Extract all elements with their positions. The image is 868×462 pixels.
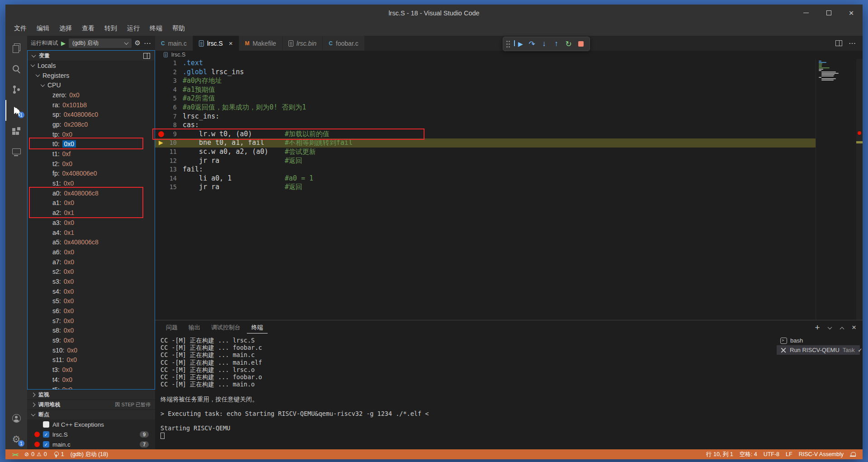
register-s6[interactable]: s6:0x0 [28,306,155,316]
open-view-icon[interactable] [143,53,150,59]
step-into-button[interactable]: ↓ [538,38,550,50]
terminal-list-item-Run RISCV-QEMU[interactable]: Run RISCV-QEMUTask✓ [777,345,860,355]
register-s9[interactable]: s9:0x0 [28,335,155,345]
language-mode[interactable]: RISC-V Assembly [796,449,847,459]
breakpoint-All C++ Exceptions[interactable]: All C++ Exceptions [27,419,155,429]
tab-Makefile[interactable]: MMakefile [239,36,283,51]
register-s4[interactable]: s4:0x0 [28,286,155,296]
register-zero[interactable]: zero:0x0 [28,90,155,100]
step-over-button[interactable]: ↷ [526,38,538,50]
code-line-13[interactable]: 13fail: [155,165,816,174]
checkbox[interactable] [43,421,49,428]
new-terminal-icon[interactable]: + [814,323,821,333]
breakpoints-section-header[interactable]: 断点 [27,410,155,419]
menu-item-1[interactable]: 编辑 [32,23,54,34]
problems-indicator[interactable]: ⊘0 ⚠0 [21,449,50,459]
activitybar-search[interactable] [5,58,27,79]
register-a1[interactable]: a1:0x0 [28,198,155,208]
code-line-6[interactable]: 6#a0返回值，如果成功，则为0! 否则为1 [155,103,816,112]
minimap[interactable] [816,59,856,320]
close-icon[interactable]: × [229,39,233,47]
register-t0[interactable]: t0:0x0 [28,139,155,149]
tab-lrsc.S[interactable]: lrsc.S× [193,36,239,51]
tab-foobar.c[interactable]: Cfoobar.c [323,36,365,51]
register-t2[interactable]: t2:0x0 [28,159,155,169]
activitybar-source-control[interactable] [5,79,27,100]
gutter-current[interactable] [155,138,167,148]
register-ra[interactable]: ra:0x101b8 [28,100,155,110]
register-gp[interactable]: gp:0x208c0 [28,119,155,129]
code-line-11[interactable]: 11 sc.w a0, a2, (a0) #尝试更新 [155,148,816,157]
terminal-dropdown-icon[interactable] [826,326,833,329]
register-s10[interactable]: s10:0x0 [28,345,155,355]
register-a7[interactable]: a7:0x0 [28,257,155,267]
step-out-button[interactable]: ↑ [551,38,562,50]
title-bar[interactable]: lrsc.S - 18 - Visual Studio Code × [5,5,863,21]
tree-group-Locals[interactable]: Locals [28,61,155,71]
code-line-1[interactable]: 1.text [155,59,816,68]
breadcrumb[interactable]: lrsc.S [155,51,863,59]
cursor-position[interactable]: 行 10, 列 1 [703,449,736,459]
register-fp[interactable]: fp:0x408006e0 [28,169,155,179]
menu-item-2[interactable]: 选择 [54,23,77,34]
code-line-12[interactable]: 12 jr ra #返回 [155,157,816,166]
panel-tab-问题[interactable]: 问题 [161,321,182,333]
register-s11[interactable]: s11:0x0 [28,355,155,365]
menu-item-4[interactable]: 转到 [99,23,122,34]
code-line-15[interactable]: 15 jr ra #返回 [155,183,816,192]
start-debug-button[interactable]: ▶ [61,40,66,47]
remote-indicator[interactable]: >< [9,449,21,459]
activitybar-extensions[interactable] [5,121,27,142]
panel-tab-调试控制台[interactable]: 调试控制台 [207,321,245,333]
gutter-breakpoint[interactable] [155,130,167,139]
minimize-button[interactable] [795,5,817,21]
menu-item-7[interactable]: 帮助 [167,23,190,34]
maximize-panel-icon[interactable] [839,326,845,329]
register-s2[interactable]: s2:0x0 [28,267,155,276]
restart-button[interactable]: ↻ [563,38,574,50]
register-s8[interactable]: s8:0x0 [28,326,155,336]
register-s5[interactable]: s5:0x0 [28,296,155,306]
menu-item-6[interactable]: 终端 [145,23,167,34]
stop-button[interactable] [575,38,586,50]
panel-tab-输出[interactable]: 输出 [184,321,205,333]
register-s7[interactable]: s7:0x0 [28,316,155,326]
indentation[interactable]: 空格: 4 [736,449,760,459]
menu-item-0[interactable]: 文件 [9,23,32,34]
continue-button[interactable]: ▶ [514,38,525,50]
eol[interactable]: LF [783,449,796,459]
tab-main.c[interactable]: Cmain.c [155,36,193,51]
activitybar-remote[interactable] [5,142,27,162]
register-t1[interactable]: t1:0xf [28,149,155,159]
notifications[interactable] [847,449,859,459]
code-line-5[interactable]: 5#a2所需值 [155,94,816,103]
register-a2[interactable]: a2:0x1 [28,208,155,218]
register-a5[interactable]: a5:0x408006c8 [28,237,155,247]
code-line-14[interactable]: 14 li a0, 1 #a0 = 1 [155,174,816,183]
terminal-list-item-bash[interactable]: >bash [777,336,860,345]
register-a6[interactable]: a6:0x0 [28,247,155,257]
menu-item-5[interactable]: 运行 [122,23,145,34]
terminal-content[interactable]: CC -[M] 正在构建 ... lrsc.SCC -[M] 正在构建 ... … [155,334,777,449]
activitybar-explorer[interactable] [5,38,27,58]
panel-tab-终端[interactable]: 终端 [247,321,268,333]
code-line-2[interactable]: 2.globl lrsc_ins [155,68,816,77]
register-t5[interactable]: t5:0x0 [28,385,155,389]
code-editor[interactable]: 1.text2.globl lrsc_ins3#a0内存地址4#a1预期值5#a… [155,59,863,320]
register-a3[interactable]: a3:0x0 [28,218,155,228]
close-button[interactable]: × [840,5,863,21]
register-tp[interactable]: tp:0x0 [28,129,155,139]
checkbox[interactable]: ✓ [43,431,49,438]
register-s1[interactable]: s1:0x0 [28,178,155,188]
toolbar-grip-icon[interactable] [506,40,510,48]
code-line-8[interactable]: 8cas: [155,121,816,130]
code-line-3[interactable]: 3#a0内存地址 [155,76,816,86]
code-line-7[interactable]: 7lrsc_ins: [155,112,816,121]
menu-item-3[interactable]: 查看 [77,23,99,34]
debug-session-indicator[interactable]: (gdb) 启动 (18) [67,449,111,459]
activitybar-account[interactable] [5,408,27,429]
breakpoint-lrsc.S[interactable]: ✓lrsc.S9 [27,429,155,439]
breakpoint-main.c[interactable]: ✓main.c7 [27,439,155,449]
editor-scrollbar[interactable] [856,59,863,320]
register-t3[interactable]: t3:0x0 [28,365,155,375]
